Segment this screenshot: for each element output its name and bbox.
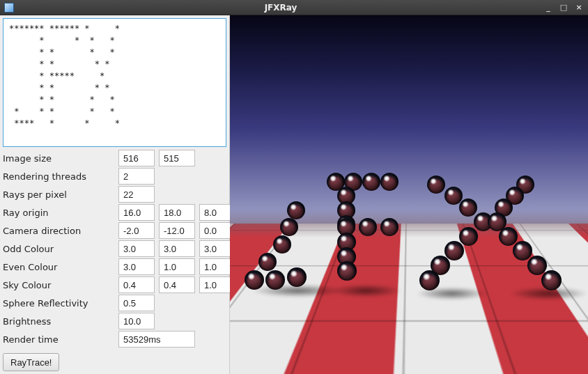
image-height-input[interactable] xyxy=(159,150,195,166)
sky-colour-r-input[interactable] xyxy=(118,276,155,293)
label-brightness: Brightness xyxy=(3,315,114,328)
render-sphere xyxy=(287,267,307,287)
render-sphere xyxy=(541,270,562,290)
label-threads: Rendering threads xyxy=(3,170,114,183)
settings-form: Image size Rendering threads Rays per pi… xyxy=(0,150,229,350)
render-sphere xyxy=(359,218,377,236)
render-sphere xyxy=(287,201,305,219)
render-spheres xyxy=(230,155,588,299)
odd-colour-g-input[interactable] xyxy=(159,240,195,257)
render-time-output[interactable] xyxy=(118,331,195,348)
raytrace-button[interactable]: RayTrace! xyxy=(3,353,59,371)
maximize-button[interactable]: □ xyxy=(559,3,568,12)
sky-colour-g-input[interactable] xyxy=(159,276,195,293)
render-sphere xyxy=(258,253,277,271)
render-sphere xyxy=(362,173,380,191)
label-reflectivity: Sphere Reflectivity xyxy=(3,297,114,310)
controls-panel: ******* ****** * * * * * * * * * * * * *… xyxy=(0,15,230,374)
even-colour-r-input[interactable] xyxy=(118,258,155,275)
render-sphere xyxy=(513,241,532,260)
threads-input[interactable] xyxy=(118,168,155,185)
render-sphere xyxy=(459,227,478,246)
label-render-time: Render time xyxy=(3,333,114,346)
render-sphere xyxy=(419,270,440,290)
render-sphere xyxy=(527,256,547,275)
render-sphere xyxy=(273,235,291,254)
render-sphere xyxy=(280,218,298,236)
window-titlebar: JFXRay _ □ × xyxy=(0,0,588,15)
render-sphere xyxy=(499,227,518,246)
minimize-button[interactable]: _ xyxy=(543,3,553,12)
render-sphere xyxy=(245,270,264,290)
ascii-preview[interactable]: ******* ****** * * * * * * * * * * * * *… xyxy=(3,18,226,147)
window-title: JFXRay xyxy=(18,3,543,13)
camera-dir-x-input[interactable] xyxy=(118,222,155,239)
reflectivity-input[interactable] xyxy=(118,295,155,311)
label-odd-colour: Odd Colour xyxy=(3,242,114,256)
render-sphere xyxy=(427,176,445,194)
render-sphere xyxy=(444,241,464,260)
even-colour-g-input[interactable] xyxy=(159,258,195,275)
close-button[interactable]: × xyxy=(574,3,584,12)
render-sphere xyxy=(380,173,399,191)
render-sphere xyxy=(337,261,357,281)
odd-colour-r-input[interactable] xyxy=(118,240,155,257)
render-sphere xyxy=(380,218,399,236)
app-icon xyxy=(4,3,14,13)
render-viewport xyxy=(230,15,588,374)
label-rays: Rays per pixel xyxy=(3,188,114,201)
label-image-size: Image size xyxy=(3,152,114,165)
render-shadow xyxy=(330,284,402,297)
image-width-input[interactable] xyxy=(118,150,155,166)
camera-dir-y-input[interactable] xyxy=(159,222,195,239)
label-ray-origin: Ray origin xyxy=(3,206,114,219)
label-even-colour: Even Colour xyxy=(3,260,114,274)
ray-origin-x-input[interactable] xyxy=(118,204,155,221)
render-sphere xyxy=(265,270,285,290)
label-sky-colour: Sky Colour xyxy=(3,279,114,292)
brightness-input[interactable] xyxy=(118,313,155,329)
label-camera-dir: Camera direction xyxy=(3,224,114,237)
render-sphere xyxy=(459,198,477,217)
ray-origin-y-input[interactable] xyxy=(159,204,195,221)
rays-input[interactable] xyxy=(118,186,155,203)
